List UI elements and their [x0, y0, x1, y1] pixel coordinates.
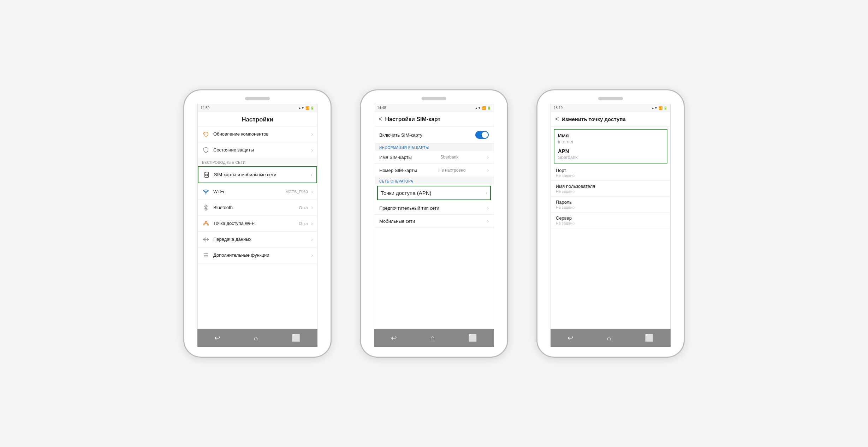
bluetooth-label: Bluetooth — [213, 205, 295, 211]
apn-highlight-row[interactable]: Точки доступа (APN) › — [377, 186, 491, 200]
detail-port[interactable]: Порт Не задано — [551, 165, 670, 181]
phone-3: 18:19 ▲▼ 📶 🔋 < Изменить точку доступа Им… — [536, 89, 685, 358]
hotspot-label: Точка доступа Wi-Fi — [213, 221, 295, 227]
status-bar-1: 14:59 ▲▼ 📶 🔋 — [198, 104, 317, 112]
bluetooth-value: Откл — [299, 205, 308, 210]
screen2-page-title: Настройки SIM-карт — [385, 116, 441, 123]
field-apn-label: APN — [558, 148, 663, 154]
menu-item-shield[interactable]: Состояние защиты › — [198, 142, 317, 158]
menu-item-wifi[interactable]: Wi-Fi MGTS_F960 › — [198, 184, 317, 200]
field-apn-value[interactable]: Sberbank — [558, 155, 663, 160]
nav-bar-3: ↩ ⌂ ⬜ — [551, 329, 671, 347]
screen2-header: < Настройки SIM-карт — [374, 112, 494, 127]
password-value: Не задано — [556, 205, 665, 209]
mobile-net-arrow: › — [487, 218, 489, 224]
sim-number-value: Не настроено — [439, 168, 466, 173]
screen3-header: < Изменить точку доступа — [551, 112, 670, 127]
enable-sim-label: Включить SIM-карту — [379, 132, 422, 138]
sim-arrow: › — [310, 172, 312, 178]
apn-field-group: Имя internet APN Sberbank — [554, 129, 667, 163]
home-btn-1[interactable]: ⌂ — [254, 334, 258, 342]
phone-speaker-1 — [245, 97, 270, 100]
status-icons-1: ▲▼ 📶 🔋 — [298, 106, 314, 110]
password-label: Пароль — [556, 199, 665, 205]
field-name-value[interactable]: internet — [558, 139, 663, 144]
nav-bar-2: ↩ ⌂ ⬜ — [374, 329, 494, 347]
preferred-net-label: Предпочтительный тип сети — [379, 205, 439, 211]
preferred-net-arrow: › — [487, 205, 489, 211]
functions-icon — [202, 251, 210, 259]
sim-name-arrow: › — [487, 154, 489, 160]
back-btn-1[interactable]: ↩ — [214, 334, 220, 342]
server-label: Сервер — [556, 215, 665, 221]
recents-btn-2[interactable]: ⬜ — [468, 334, 477, 342]
update-label: Обновление компонентов — [213, 131, 308, 137]
screen-3: 18:19 ▲▼ 📶 🔋 < Изменить точку доступа Им… — [551, 104, 671, 329]
update-icon — [202, 130, 210, 138]
status-time-2: 14:48 — [377, 106, 386, 110]
port-value: Не задано — [556, 173, 665, 178]
phone-2: 14:48 ▲▼ 📶 🔋 < Настройки SIM-карт Включи… — [360, 89, 508, 358]
back-icon-2[interactable]: < — [379, 115, 382, 123]
status-time-3: 18:19 — [554, 106, 563, 110]
detail-username[interactable]: Имя пользователя Не задано — [551, 181, 670, 197]
nav-bar-1: ↩ ⌂ ⬜ — [197, 329, 317, 347]
back-icon-3[interactable]: < — [555, 115, 559, 123]
detail-server[interactable]: Сервер Не задано — [551, 213, 670, 228]
apn-arrow: › — [486, 190, 487, 196]
menu-item-data[interactable]: Передача данных › — [198, 232, 317, 248]
back-btn-2[interactable]: ↩ — [391, 334, 397, 342]
svg-point-3 — [206, 221, 207, 222]
data-arrow: › — [311, 237, 313, 242]
menu-item-hotspot[interactable]: Точка доступа Wi-Fi Откл › — [198, 216, 317, 232]
screen-1: 14:59 ▲▼ 📶 🔋 Настройки Обновление компон… — [197, 104, 317, 329]
enable-sim-row[interactable]: Включить SIM-карту — [374, 127, 494, 143]
sim-label: SIM-карты и мобильные сети — [214, 172, 307, 178]
status-bar-3: 18:19 ▲▼ 📶 🔋 — [551, 104, 670, 112]
data-label: Передача данных — [213, 237, 308, 243]
sim-number-arrow: › — [487, 167, 489, 173]
bluetooth-icon — [202, 204, 210, 211]
phone-speaker-3 — [598, 97, 623, 100]
wifi-arrow: › — [311, 189, 313, 195]
wifi-value: MGTS_F960 — [285, 190, 308, 194]
wireless-section-label: БЕСПРОВОДНЫЕ СЕТИ — [198, 158, 317, 166]
svg-rect-1 — [206, 174, 208, 176]
menu-item-update[interactable]: Обновление компонентов › — [198, 126, 317, 142]
recents-btn-1[interactable]: ⬜ — [292, 334, 301, 342]
sim-number-row[interactable]: Номер SIM-карты Не настроено › — [374, 164, 494, 177]
username-value: Не задано — [556, 189, 665, 193]
sim-info-section: ИНФОРМАЦИЯ SIM-КАРТЫ — [374, 143, 494, 151]
screen3-content: Имя internet APN Sberbank Порт Не задано… — [551, 127, 670, 329]
wifi-label: Wi-Fi — [213, 189, 282, 195]
preferred-net-row[interactable]: Предпочтительный тип сети › — [374, 202, 494, 215]
back-btn-3[interactable]: ↩ — [567, 334, 573, 342]
menu-item-functions[interactable]: Дополнительные функции › — [198, 248, 317, 263]
functions-label: Дополнительные функции — [213, 252, 308, 258]
home-btn-3[interactable]: ⌂ — [607, 334, 611, 342]
sim-name-label: Имя SIM-карты — [379, 155, 412, 160]
mobile-net-label: Мобильные сети — [379, 219, 415, 224]
screen2-content: Включить SIM-карту ИНФОРМАЦИЯ SIM-КАРТЫ … — [374, 127, 494, 329]
mobile-net-row[interactable]: Мобильные сети › — [374, 215, 494, 228]
screen1-page-title: Настройки — [198, 112, 317, 126]
sim-name-row[interactable]: Имя SIM-карты Sberbank › — [374, 151, 494, 164]
functions-arrow: › — [311, 252, 313, 258]
menu-item-bluetooth[interactable]: Bluetooth Откл › — [198, 200, 317, 216]
phone-speaker-2 — [422, 97, 446, 100]
screen1-content: Обновление компонентов › Состояние защит… — [198, 126, 317, 329]
status-icons-3: ▲▼ 📶 🔋 — [651, 106, 667, 110]
menu-item-sim[interactable]: SIM-карты и мобильные сети › — [198, 166, 317, 183]
status-icons-2: ▲▼ 📶 🔋 — [475, 106, 491, 110]
svg-point-2 — [206, 193, 206, 194]
detail-password[interactable]: Пароль Не задано — [551, 197, 670, 213]
enable-sim-toggle[interactable] — [475, 131, 489, 139]
home-btn-2[interactable]: ⌂ — [430, 334, 435, 342]
shield-label: Состояние защиты — [213, 147, 308, 153]
bluetooth-arrow: › — [311, 205, 313, 210]
recents-btn-3[interactable]: ⬜ — [645, 334, 654, 342]
apn-label: Точки доступа (APN) — [381, 190, 432, 196]
hotspot-icon — [202, 220, 210, 227]
screen-2: 14:48 ▲▼ 📶 🔋 < Настройки SIM-карт Включи… — [374, 104, 494, 329]
port-label: Порт — [556, 168, 665, 173]
